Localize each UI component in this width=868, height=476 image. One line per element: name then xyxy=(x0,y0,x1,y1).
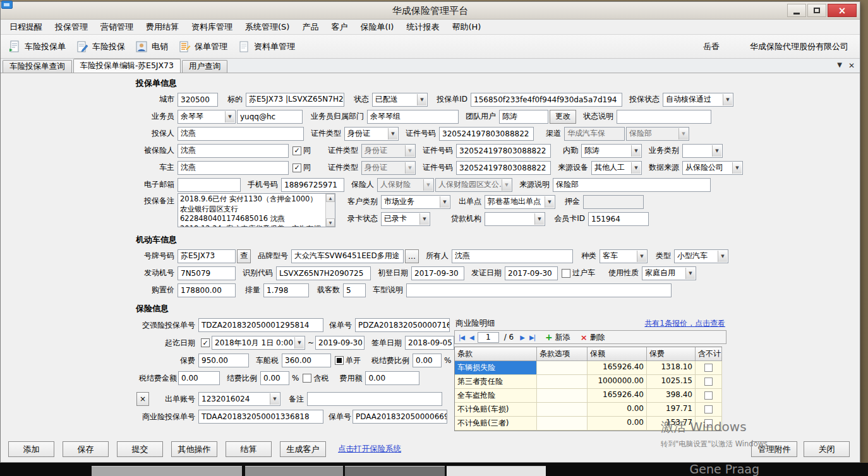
minimize-button[interactable] xyxy=(787,4,806,17)
next-page-icon[interactable]: ▶ xyxy=(519,334,526,341)
tax-fee-amount-input[interactable]: 0.00 xyxy=(178,371,220,385)
id-type-select[interactable]: 身份证▼ xyxy=(361,144,416,158)
chevron-down-icon[interactable]: ▼ xyxy=(270,393,279,405)
tab-car-apply-edit[interactable]: 车险投保单编辑-苏E5JX73 xyxy=(73,59,181,73)
date-range-checkbox[interactable]: ✓ xyxy=(201,338,210,347)
owner-input[interactable]: 沈燕 xyxy=(178,161,289,175)
chevron-down-icon[interactable]: ▼ xyxy=(225,111,234,122)
menu-database[interactable]: 资料库管理 xyxy=(185,20,239,35)
tax-fee-rate-input[interactable]: 0.00 xyxy=(413,354,442,367)
menu-system[interactable]: 系统管理(S) xyxy=(239,20,296,35)
calendar-dropdown-icon[interactable]: ▼ xyxy=(294,337,304,348)
first-page-icon[interactable]: |◀ xyxy=(457,334,466,341)
biz-type-select[interactable]: ▼ xyxy=(682,144,723,158)
taskbar-window[interactable] xyxy=(92,466,242,476)
taskbar-window[interactable] xyxy=(447,466,546,476)
vin-input[interactable]: LSVXZ65N7H2090725 xyxy=(276,266,371,280)
prev-page-icon[interactable]: ◀ xyxy=(468,334,475,341)
kind-select[interactable]: 客车▼ xyxy=(600,249,648,263)
menu-report[interactable]: 统计报表 xyxy=(400,20,445,35)
toolbar-policy-manage[interactable]: 保单管理 xyxy=(176,38,235,56)
tab-list-icon[interactable]: ▼ xyxy=(837,61,842,70)
id-type-select[interactable]: 身份证▼ xyxy=(344,127,399,141)
start-date-picker[interactable]: 2018年10月 1日 0:00▼ xyxy=(212,336,305,350)
engine-no-input[interactable]: 7N5079 xyxy=(178,266,236,280)
policy-id-input[interactable]: 156850f233fe4f0f944f930da5a7d194 xyxy=(471,93,622,107)
ctp-policy-no-input[interactable]: PDZA201832050000716387 xyxy=(355,318,450,332)
chevron-down-icon[interactable]: ▼ xyxy=(678,128,688,140)
close-form-button[interactable]: 关闭 xyxy=(804,441,850,457)
table-row-amount[interactable]: 1000000.00 xyxy=(588,375,647,389)
usage-select[interactable]: 家庭自用▼ xyxy=(642,266,696,280)
last-page-icon[interactable]: ▶| xyxy=(528,334,536,341)
nodeduct-checkbox[interactable] xyxy=(704,378,713,386)
taskbar-window[interactable] xyxy=(245,466,343,476)
taskbar-app-icon[interactable] xyxy=(1,1,13,9)
remark-scrollbar[interactable]: ▲ ▼ xyxy=(325,194,335,227)
table-row-clause[interactable]: 第三者责任险 xyxy=(455,375,537,389)
apply-status-select[interactable]: 自动核保通过▼ xyxy=(663,93,733,107)
city-input[interactable]: 320500 xyxy=(178,93,218,107)
chevron-down-icon[interactable]: ▼ xyxy=(417,94,426,105)
menu-policy[interactable]: 保险单(I) xyxy=(354,20,400,35)
channel-select[interactable]: 保险部▼ xyxy=(626,127,689,141)
office-staff-select[interactable]: 陈涛▼ xyxy=(581,144,642,158)
mobile-input[interactable]: 18896725971 xyxy=(281,178,344,192)
member-card-input[interactable]: 151964 xyxy=(588,212,649,226)
chevron-down-icon[interactable]: ▼ xyxy=(718,251,727,262)
col-header-option[interactable]: 条款选项 xyxy=(537,347,588,361)
premium-input[interactable]: 950.00 xyxy=(198,354,249,367)
plate-search-button[interactable]: 查 xyxy=(237,249,251,263)
col-header-amount[interactable]: 保额 xyxy=(588,347,647,361)
salesman-account-input[interactable]: yuqq@hc xyxy=(237,110,303,124)
table-row-option[interactable] xyxy=(537,403,588,417)
menu-help[interactable]: 帮助(H) xyxy=(445,20,487,35)
end-date-input[interactable]: 2019-09-30 xyxy=(315,336,365,350)
toolbar-car-apply[interactable]: 车险投保 xyxy=(73,38,133,56)
plate-no-input[interactable]: 苏E5JX73 xyxy=(178,249,236,263)
taskbar-window[interactable] xyxy=(345,466,445,476)
table-row-option[interactable] xyxy=(537,375,588,389)
scroll-down-icon[interactable]: ▼ xyxy=(326,218,335,227)
id-type-select[interactable]: 身份证▼ xyxy=(361,161,416,175)
status-note-input[interactable] xyxy=(617,110,711,124)
chevron-down-icon[interactable]: ▼ xyxy=(502,179,511,191)
change-button[interactable]: 更改 xyxy=(550,110,576,124)
table-row-option[interactable] xyxy=(537,361,588,375)
table-row-amount[interactable]: 165926.40 xyxy=(588,389,647,403)
add-button[interactable]: 添加 xyxy=(8,441,54,457)
chevron-down-icon[interactable]: ▼ xyxy=(712,145,721,157)
chevron-down-icon[interactable]: ▼ xyxy=(732,162,742,174)
chevron-down-icon[interactable]: ▼ xyxy=(419,213,429,225)
chevron-down-icon[interactable]: ▼ xyxy=(631,145,641,157)
sign-date-input[interactable]: 2018-09-05 xyxy=(405,336,454,350)
add-row-button[interactable]: 新添 xyxy=(555,332,570,343)
save-button[interactable]: 保存 xyxy=(63,441,109,457)
ctp-apply-no-input[interactable]: TDZA201832050001295814 xyxy=(198,318,323,332)
scroll-up-icon[interactable]: ▲ xyxy=(326,194,335,202)
same-as-applicant-checkbox[interactable]: ✓ xyxy=(292,164,301,172)
customer-type-select[interactable]: 市场业务▼ xyxy=(381,195,450,209)
separate-checkbox[interactable] xyxy=(335,356,344,365)
delete-row-button[interactable]: 删除 xyxy=(590,332,605,343)
issue-point-select[interactable]: 郭巷基地出单点▼ xyxy=(485,195,555,209)
purchase-price-input[interactable]: 178800.00 xyxy=(178,283,236,297)
email-input[interactable] xyxy=(178,178,241,192)
same-as-applicant-checkbox[interactable]: ✓ xyxy=(292,146,301,155)
chevron-down-icon[interactable]: ▼ xyxy=(723,94,732,105)
model-note-input[interactable] xyxy=(406,283,672,297)
open-insurance-system-link[interactable]: 点击打开保险系统 xyxy=(338,444,401,455)
insurer-branch-select[interactable]: 人保财险园区支公…▼ xyxy=(435,178,512,192)
displacement-input[interactable]: 1.798 xyxy=(263,283,309,297)
source-note-input[interactable]: 保险部 xyxy=(553,178,711,192)
register-date-input[interactable]: 2017-09-30 xyxy=(411,266,464,280)
menu-customer[interactable]: 客户 xyxy=(325,20,354,35)
table-row-clause[interactable]: 不计免赔(三者) xyxy=(455,417,537,431)
deposit-input[interactable] xyxy=(583,195,644,209)
nodeduct-checkbox[interactable] xyxy=(704,405,713,414)
ins-remark-input[interactable] xyxy=(307,392,442,406)
subject-input[interactable]: 苏E5JX73 |LSVXZ65N7H20 xyxy=(246,93,344,107)
transfer-checkbox[interactable] xyxy=(562,269,570,278)
fee-rate-input[interactable]: 0.00 xyxy=(260,371,289,385)
table-row-amount[interactable]: 0.00 xyxy=(588,403,647,417)
